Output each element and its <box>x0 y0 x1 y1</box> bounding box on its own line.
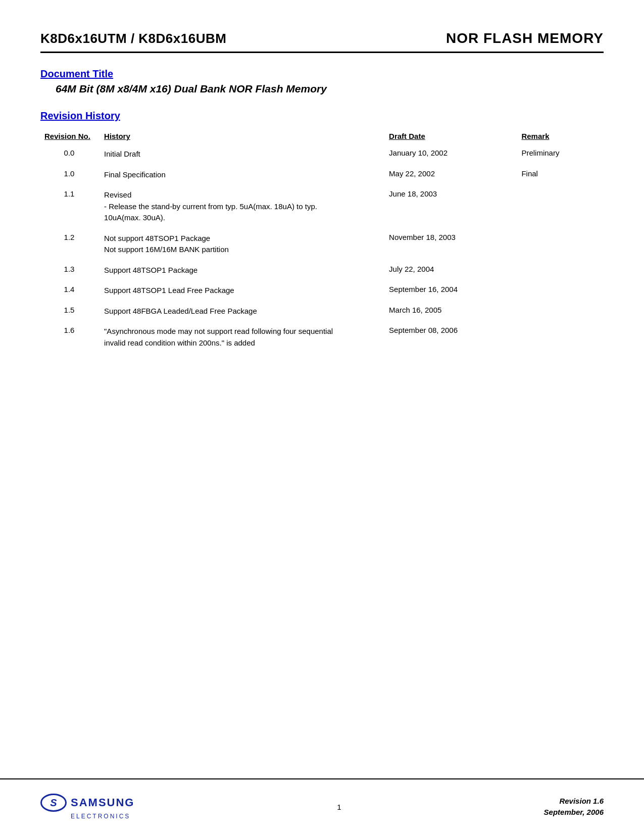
rev-remark <box>517 301 604 321</box>
table-row: 1.4Support 48TSOP1 Lead Free PackageSept… <box>40 280 604 301</box>
revision-table: Revision No. History Draft Date Remark 0… <box>40 130 604 353</box>
rev-history: Revised- Release the stand-by current fr… <box>100 184 385 228</box>
rev-history: Support 48TSOP1 Package <box>100 260 385 280</box>
col-header-remark: Remark <box>517 130 604 142</box>
revision-history-title[interactable]: Revision History <box>40 110 604 122</box>
samsung-name: SAMSUNG <box>71 796 134 809</box>
rev-date: September 08, 2006 <box>385 321 517 353</box>
rev-remark: Final <box>517 164 604 185</box>
rev-date: January 10, 2002 <box>385 142 517 164</box>
rev-date: June 18, 2003 <box>385 184 517 228</box>
col-header-revision: Revision No. <box>40 130 100 142</box>
rev-remark <box>517 228 604 260</box>
main-content: Document Title 64M Bit (8M x8/4M x16) Du… <box>40 68 604 773</box>
rev-date: September 16, 2004 <box>385 280 517 301</box>
rev-date: November 18, 2003 <box>385 228 517 260</box>
rev-history: Initial Draft <box>100 142 385 164</box>
rev-number: 1.1 <box>40 184 100 228</box>
table-row: 1.3Support 48TSOP1 PackageJuly 22, 2004 <box>40 260 604 280</box>
rev-number: 1.4 <box>40 280 100 301</box>
rev-history: Final Specification <box>100 164 385 185</box>
page-footer: S SAMSUNG ELECTRONICS 1 Revision 1.6 Sep… <box>0 778 644 834</box>
electronics-label: ELECTRONICS <box>71 813 130 820</box>
rev-date: May 22, 2002 <box>385 164 517 185</box>
rev-number: 0.0 <box>40 142 100 164</box>
page-number: 1 <box>337 803 341 811</box>
rev-remark: Preliminary <box>517 142 604 164</box>
rev-history: Not support 48TSOP1 PackageNot support 1… <box>100 228 385 260</box>
rev-history: Support 48FBGA Leaded/Lead Free Package <box>100 301 385 321</box>
revision-line2: September, 2006 <box>544 807 604 818</box>
document-subtitle: 64M Bit (8M x8/4M x16) Dual Bank NOR Fla… <box>56 83 604 95</box>
revision-line1: Revision 1.6 <box>544 796 604 807</box>
table-row: 1.6"Asynchronous mode may not support re… <box>40 321 604 353</box>
revision-history-section: Revision History Revision No. History Dr… <box>40 110 604 353</box>
product-id: K8D6x16UTM / K8D6x16UBM <box>40 31 226 46</box>
page-header: K8D6x16UTM / K8D6x16UBM NOR FLASH MEMORY <box>40 30 604 53</box>
product-type: NOR FLASH MEMORY <box>446 30 604 46</box>
table-row: 1.1Revised- Release the stand-by current… <box>40 184 604 228</box>
rev-remark <box>517 321 604 353</box>
rev-number: 1.0 <box>40 164 100 185</box>
rev-number: 1.3 <box>40 260 100 280</box>
rev-remark <box>517 280 604 301</box>
footer-revision-info: Revision 1.6 September, 2006 <box>544 796 604 818</box>
rev-date: March 16, 2005 <box>385 301 517 321</box>
samsung-ellipse-icon: S <box>40 794 67 812</box>
rev-history: Support 48TSOP1 Lead Free Package <box>100 280 385 301</box>
document-title-link[interactable]: Document Title <box>40 68 604 80</box>
rev-remark <box>517 184 604 228</box>
table-row: 1.2Not support 48TSOP1 PackageNot suppor… <box>40 228 604 260</box>
samsung-logo: S SAMSUNG <box>40 794 134 812</box>
rev-date: July 22, 2004 <box>385 260 517 280</box>
table-header-row: Revision No. History Draft Date Remark <box>40 130 604 142</box>
col-header-history: History <box>100 130 385 142</box>
rev-number: 1.6 <box>40 321 100 353</box>
samsung-logo-area: S SAMSUNG ELECTRONICS <box>40 794 134 820</box>
col-header-date: Draft Date <box>385 130 517 142</box>
table-row: 1.0Final SpecificationMay 22, 2002Final <box>40 164 604 185</box>
table-row: 0.0Initial DraftJanuary 10, 2002Prelimin… <box>40 142 604 164</box>
table-row: 1.5Support 48FBGA Leaded/Lead Free Packa… <box>40 301 604 321</box>
rev-history: "Asynchronous mode may not support read … <box>100 321 385 353</box>
rev-number: 1.2 <box>40 228 100 260</box>
rev-remark <box>517 260 604 280</box>
rev-number: 1.5 <box>40 301 100 321</box>
